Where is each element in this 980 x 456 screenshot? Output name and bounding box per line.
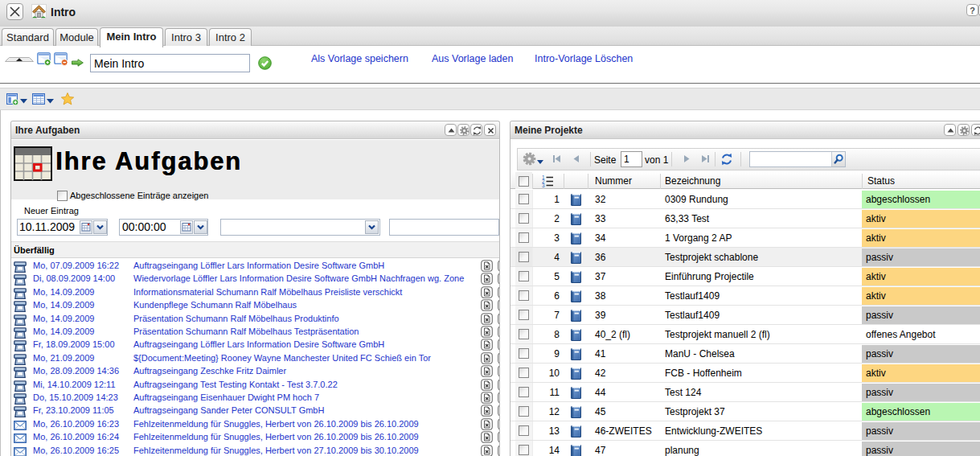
svg-text:?: ? (970, 6, 975, 15)
svg-text:3: 3 (542, 183, 545, 187)
